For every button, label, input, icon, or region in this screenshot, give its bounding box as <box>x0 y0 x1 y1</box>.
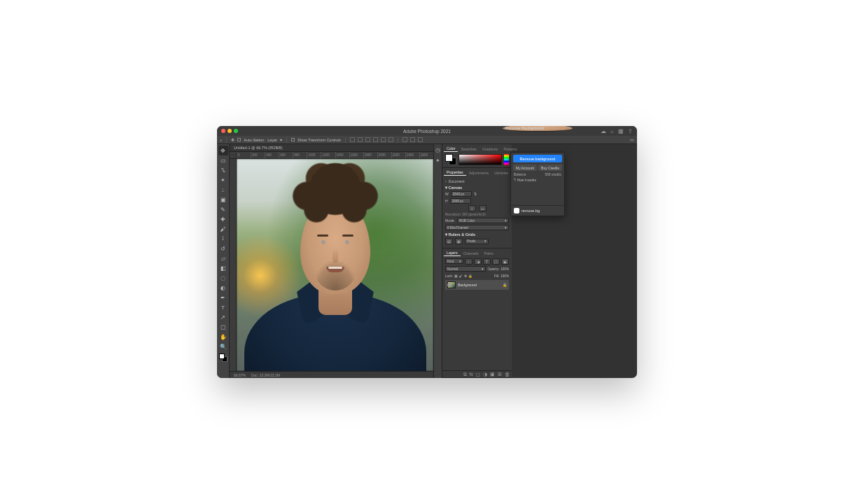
units-dropdown[interactable]: Pixels▾ <box>465 239 489 244</box>
layer-mask-icon[interactable]: ◻ <box>476 372 480 377</box>
link-layers-icon[interactable]: ⧉ <box>463 372 467 377</box>
layer-style-icon[interactable]: fx <box>470 372 473 377</box>
fill-value[interactable]: 100% <box>500 274 509 278</box>
auto-select-checkbox[interactable] <box>237 138 241 141</box>
distribute-icon-2[interactable] <box>410 137 415 142</box>
align-icon-4[interactable] <box>373 137 378 142</box>
distribute-icon-1[interactable] <box>402 137 407 142</box>
tab-color[interactable]: Color <box>444 145 458 152</box>
filter-pixel-icon[interactable]: ▫ <box>465 258 472 265</box>
history-icon[interactable]: ◷ <box>435 147 440 153</box>
tab-channels[interactable]: Channels <box>461 250 482 256</box>
align-icon-2[interactable] <box>358 137 363 142</box>
filter-type-icon[interactable]: T <box>483 258 491 265</box>
canvas-header[interactable]: ▾ Canvas <box>445 186 509 190</box>
panel-menu-icon[interactable]: ≡ <box>567 126 570 130</box>
marquee-tool[interactable]: ▭ <box>218 155 228 165</box>
align-icon-5[interactable] <box>381 137 386 142</box>
wand-tool[interactable]: ✶ <box>218 175 228 185</box>
opacity-value[interactable]: 100% <box>500 267 509 271</box>
tab-gradients[interactable]: Gradients <box>479 146 501 152</box>
my-account-button[interactable]: My Account <box>513 164 537 171</box>
kind-filter[interactable]: Kind▾ <box>445 258 463 264</box>
lasso-tool[interactable]: ᔐ <box>218 165 228 175</box>
filter-smart-icon[interactable]: ▣ <box>501 258 509 265</box>
lock-pixels-icon[interactable]: 🖌 <box>459 274 463 278</box>
delete-layer-icon[interactable]: 🗑 <box>505 372 510 377</box>
cloud-icon[interactable]: ☁ <box>601 128 606 134</box>
tab-layers[interactable]: Layers <box>444 249 461 256</box>
auto-select-dropdown[interactable]: Layer <box>267 138 277 142</box>
adjustment-layer-icon[interactable]: ◑ <box>483 372 487 377</box>
tab-swatches[interactable]: Swatches <box>458 146 479 152</box>
mode-dropdown[interactable]: RGB Color▾ <box>457 218 509 223</box>
how-it-works-link[interactable]: ? How it works <box>511 178 564 184</box>
hand-tool[interactable]: ✋ <box>218 332 228 342</box>
align-icon-6[interactable] <box>388 137 393 142</box>
align-icon-1[interactable] <box>350 137 355 142</box>
pen-tool[interactable]: ✒ <box>218 293 228 302</box>
filter-adjust-icon[interactable]: ◑ <box>474 258 482 265</box>
move-tool[interactable]: ✥ <box>218 146 228 155</box>
lock-all-icon[interactable]: 🔒 <box>468 274 472 278</box>
color-swatch[interactable] <box>219 354 227 362</box>
layer-row[interactable]: Background 🔒 <box>445 280 509 290</box>
tab-paths[interactable]: Paths <box>482 250 496 256</box>
layer-name[interactable]: Background <box>458 283 477 287</box>
zoom-level[interactable]: 66.67% <box>234 373 246 377</box>
rulers-header[interactable]: ▾ Rulers & Grids <box>445 232 509 237</box>
3d-mode-icon[interactable]: ▭ <box>630 138 634 142</box>
hue-bar[interactable] <box>504 154 509 165</box>
fg-bg-swatch[interactable] <box>445 154 456 165</box>
new-layer-icon[interactable]: ⊞ <box>498 372 502 377</box>
frame-tool[interactable]: ▣ <box>218 195 228 204</box>
stamp-tool[interactable]: ⟟ <box>218 234 228 244</box>
filter-shape-icon[interactable]: ▢ <box>492 258 500 265</box>
remove-background-button[interactable]: Remove background <box>513 155 562 162</box>
buy-credits-button[interactable]: Buy Credits <box>538 164 562 171</box>
group-icon[interactable]: ▣ <box>490 372 495 377</box>
type-tool[interactable]: T <box>218 302 228 312</box>
tab-properties[interactable]: Properties <box>444 169 466 176</box>
document-tab[interactable]: Untitled-1 @ 66.7% (RGB/8) <box>230 144 433 152</box>
ruler-icon[interactable]: ▤ <box>445 238 453 244</box>
path-tool[interactable]: ↗ <box>218 312 228 322</box>
heal-tool[interactable]: ✚ <box>218 214 228 224</box>
show-transform-checkbox[interactable] <box>291 138 295 141</box>
align-icon-3[interactable] <box>365 137 370 142</box>
depth-dropdown[interactable]: 8 Bits/Channel▾ <box>445 225 509 230</box>
share-icon[interactable]: ⇪ <box>628 128 633 134</box>
lock-position-icon[interactable]: ✥ <box>464 274 467 278</box>
tab-libraries[interactable]: Libraries <box>491 169 511 176</box>
distribute-icon-3[interactable] <box>418 137 423 142</box>
crop-tool[interactable]: ⟂ <box>218 185 228 195</box>
blend-mode-dropdown[interactable]: Normal▾ <box>445 266 486 272</box>
grid-icon[interactable]: ▦ <box>455 238 463 244</box>
tab-adjustments[interactable]: Adjustments <box>466 169 492 176</box>
tab-patterns[interactable]: Patterns <box>500 146 519 152</box>
height-field[interactable]: 2848 px <box>450 198 471 204</box>
landscape-orient-button[interactable]: ▭ <box>479 205 486 211</box>
shape-tool[interactable]: ▢ <box>218 322 228 332</box>
zoom-tool[interactable]: 🔍 <box>218 342 228 351</box>
chevron-down-icon[interactable]: ▾ <box>280 138 282 142</box>
dodge-tool[interactable]: ◐ <box>218 283 228 293</box>
visibility-toggle[interactable] <box>447 283 451 287</box>
search-icon[interactable]: ⌕ <box>610 128 614 134</box>
eyedropper-tool[interactable]: ✎ <box>218 204 228 214</box>
history-brush-tool[interactable]: ↺ <box>218 244 228 253</box>
home-icon[interactable]: ⌂ <box>220 138 222 142</box>
workspace-icon[interactable]: ▦ <box>618 128 624 134</box>
blur-tool[interactable]: ◌ <box>218 273 228 283</box>
brush-tool[interactable]: 🖌 <box>218 224 228 234</box>
width-field[interactable]: 2848 px <box>451 191 472 197</box>
portrait-orient-button[interactable]: ▯ <box>468 205 476 211</box>
link-icon[interactable]: ⇅ <box>474 192 477 196</box>
gradient-tool[interactable]: ◧ <box>218 263 228 273</box>
lock-transparency-icon[interactable]: ▦ <box>454 274 458 278</box>
brushes-icon[interactable]: ✦ <box>435 158 440 164</box>
canvas[interactable] <box>237 159 433 371</box>
remove-bg-panel[interactable]: Remove Background ≡ Remove background My… <box>510 152 565 216</box>
eraser-tool[interactable]: ▱ <box>218 253 228 263</box>
color-spectrum[interactable] <box>458 154 502 165</box>
